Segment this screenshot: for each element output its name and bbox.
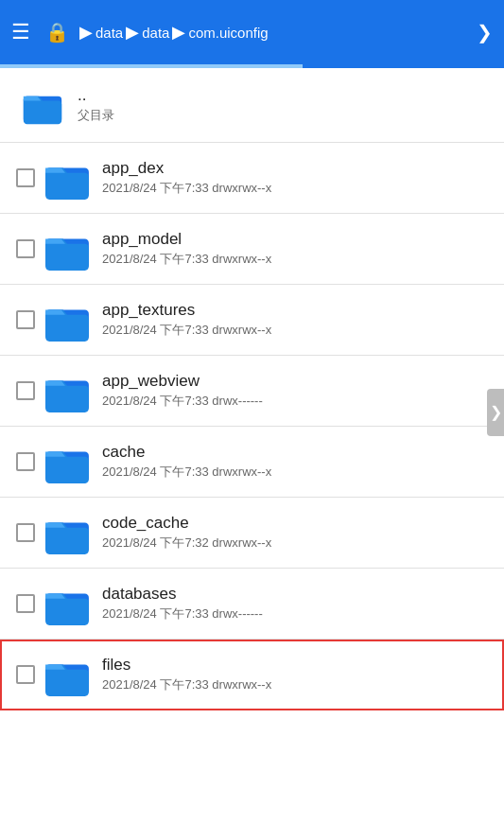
file-row[interactable]: app_webview2021/8/24 下午7:33 drwx------ <box>0 356 504 427</box>
progress-bar <box>0 64 303 68</box>
file-meta: 2021/8/24 下午7:33 drwxrwx--x <box>102 464 493 481</box>
breadcrumb-arrow-2: ▶ <box>126 22 139 43</box>
lock-icon: 🔒 <box>45 21 69 44</box>
file-row[interactable]: databases2021/8/24 下午7:33 drwx------ <box>0 569 504 640</box>
file-row[interactable]: app_dex2021/8/24 下午7:33 drwxrwx--x <box>0 143 504 214</box>
parent-dir-subtitle: 父目录 <box>78 107 489 124</box>
folder-icon <box>40 292 95 347</box>
folder-icon <box>40 647 95 702</box>
side-expand-handle[interactable]: ❯ <box>487 389 504 436</box>
file-meta: 2021/8/24 下午7:33 drwx------ <box>102 605 493 622</box>
checkbox-area[interactable] <box>11 523 40 542</box>
file-info: app_textures2021/8/24 下午7:33 drwxrwx--x <box>102 301 493 339</box>
checkbox-area[interactable] <box>11 665 40 684</box>
file-info: app_webview2021/8/24 下午7:33 drwx------ <box>102 372 493 410</box>
breadcrumb-arrow-3: ▶ <box>172 22 185 43</box>
checkbox[interactable] <box>16 168 35 187</box>
file-row[interactable]: code_cache2021/8/24 下午7:32 drwxrwx--x <box>0 498 504 569</box>
file-info: files2021/8/24 下午7:33 drwxrwx--x <box>102 656 493 693</box>
file-row[interactable]: app_textures2021/8/24 下午7:33 drwxrwx--x <box>0 285 504 356</box>
parent-dir-row[interactable]: .. 父目录 <box>0 68 504 143</box>
checkbox-area[interactable] <box>11 452 40 471</box>
file-name: app_model <box>102 230 493 249</box>
checkbox-area[interactable] <box>11 239 40 258</box>
breadcrumb-data1[interactable]: data <box>96 25 123 41</box>
file-meta: 2021/8/24 下午7:33 drwxrwx--x <box>102 251 493 268</box>
file-info: app_model2021/8/24 下午7:33 drwxrwx--x <box>102 230 493 268</box>
hamburger-icon[interactable]: ☰ <box>11 20 30 44</box>
file-row[interactable]: files2021/8/24 下午7:33 drwxrwx--x <box>0 640 504 710</box>
breadcrumb-data2[interactable]: data <box>142 25 169 41</box>
folder-icon <box>40 505 95 560</box>
folder-icon <box>40 363 95 418</box>
checkbox[interactable] <box>16 452 35 471</box>
file-name: cache <box>102 443 493 462</box>
file-meta: 2021/8/24 下午7:33 drwx------ <box>102 393 493 410</box>
file-row[interactable]: app_model2021/8/24 下午7:33 drwxrwx--x <box>0 214 504 285</box>
file-info: code_cache2021/8/24 下午7:32 drwxrwx--x <box>102 514 493 552</box>
file-list: .. 父目录 app_dex2021/8/24 下午7:33 drwxrwx--… <box>0 68 504 710</box>
checkbox[interactable] <box>16 239 35 258</box>
breadcrumb-arrow-1: ▶ <box>79 22 93 43</box>
folder-icon <box>40 576 95 631</box>
header: ☰ 🔒 ▶ data ▶ data ▶ com.uiconfig ❯ <box>0 0 504 64</box>
header-right-arrow[interactable]: ❯ <box>477 21 493 44</box>
file-meta: 2021/8/24 下午7:33 drwxrwx--x <box>102 322 493 339</box>
checkbox-area[interactable] <box>11 381 40 400</box>
parent-dir-info: .. 父目录 <box>78 86 489 124</box>
folder-icon <box>40 150 95 205</box>
checkbox[interactable] <box>16 310 35 329</box>
file-info: cache2021/8/24 下午7:33 drwxrwx--x <box>102 443 493 481</box>
breadcrumb-com[interactable]: com.uiconfig <box>188 25 268 41</box>
checkbox-area[interactable] <box>11 594 40 613</box>
breadcrumb: ▶ data ▶ data ▶ com.uiconfig <box>78 22 467 43</box>
file-meta: 2021/8/24 下午7:33 drwxrwx--x <box>102 676 493 693</box>
folder-icon <box>40 434 95 489</box>
checkbox-area[interactable] <box>11 168 40 187</box>
checkbox[interactable] <box>16 523 35 542</box>
checkbox[interactable] <box>16 381 35 400</box>
file-name: app_textures <box>102 301 493 320</box>
file-meta: 2021/8/24 下午7:32 drwxrwx--x <box>102 535 493 552</box>
file-name: code_cache <box>102 514 493 533</box>
file-name: files <box>102 656 493 675</box>
file-info: databases2021/8/24 下午7:33 drwx------ <box>102 585 493 622</box>
file-row[interactable]: cache2021/8/24 下午7:33 drwxrwx--x <box>0 427 504 498</box>
parent-dir-label: .. <box>78 86 489 105</box>
progress-bar-container <box>0 64 504 68</box>
parent-dir-folder-icon <box>15 78 70 132</box>
file-name: app_dex <box>102 159 493 178</box>
side-handle-arrow-icon: ❯ <box>490 403 502 421</box>
file-name: databases <box>102 585 493 604</box>
checkbox[interactable] <box>16 594 35 613</box>
file-info: app_dex2021/8/24 下午7:33 drwxrwx--x <box>102 159 493 197</box>
file-meta: 2021/8/24 下午7:33 drwxrwx--x <box>102 180 493 197</box>
checkbox-area[interactable] <box>11 310 40 329</box>
file-rows-container: app_dex2021/8/24 下午7:33 drwxrwx--x app_m… <box>0 143 504 710</box>
folder-icon <box>40 221 95 276</box>
file-name: app_webview <box>102 372 493 391</box>
checkbox[interactable] <box>16 665 35 684</box>
